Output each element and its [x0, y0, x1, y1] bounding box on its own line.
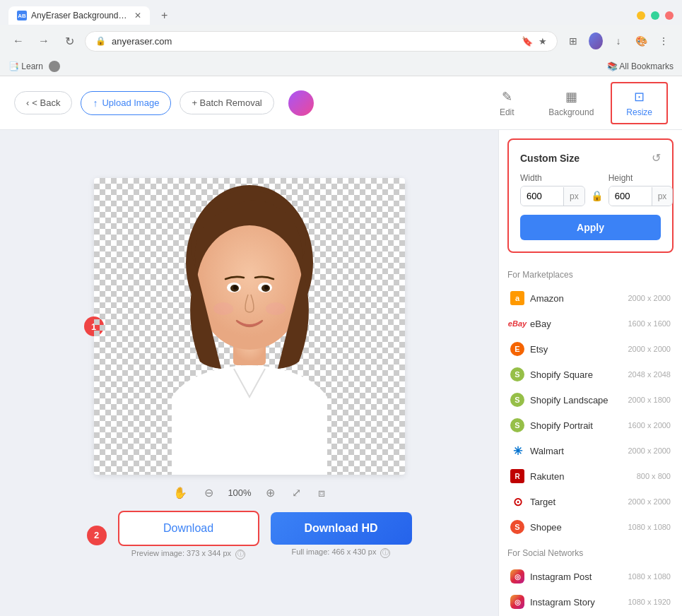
back-button[interactable]: ‹ < Back — [14, 91, 72, 114]
svg-point-7 — [233, 285, 237, 290]
bookmark-item[interactable]: 📑 Learn — [8, 61, 43, 71]
item-name: Amazon — [530, 293, 622, 304]
download-label: Download — [163, 522, 213, 534]
item-name: Rakuten — [530, 471, 631, 482]
download-browser-btn[interactable]: ↓ — [608, 31, 628, 51]
close-btn[interactable] — [665, 11, 674, 20]
zoom-in-btn[interactable]: ⊕ — [263, 483, 278, 502]
back-nav-btn[interactable]: ← — [8, 31, 28, 51]
minimize-btn[interactable] — [637, 11, 645, 20]
list-item[interactable]: ✳ Walmart 2000 x 2000 — [507, 438, 674, 463]
height-label: Height — [608, 173, 674, 183]
list-item[interactable]: S Shopify Portrait 1600 x 2000 — [507, 413, 674, 438]
list-item[interactable]: S Shopify Square 2048 x 2048 — [507, 362, 674, 387]
zoom-out-btn[interactable]: ⊖ — [201, 483, 216, 502]
height-input[interactable] — [609, 186, 652, 206]
upload-icon: ↑ — [93, 97, 98, 109]
svg-point-8 — [264, 285, 269, 290]
profile-btn[interactable] — [586, 31, 606, 51]
svg-point-2 — [196, 225, 302, 350]
marketplace-section-title: For Marketplaces — [507, 270, 674, 280]
user-avatar[interactable] — [288, 90, 314, 116]
item-name: Target — [530, 497, 622, 507]
item-size: 1080 x 1080 — [628, 523, 671, 531]
image-toolbar: ✋ ⊖ 100% ⊕ ⤢ ⧈ — [170, 483, 327, 502]
list-item[interactable]: R Rakuten 800 x 800 — [507, 463, 674, 489]
list-item[interactable]: ⊙ Target 2000 x 2000 — [507, 489, 674, 514]
upload-label: Upload Image — [102, 97, 159, 108]
shopee-icon: S — [510, 520, 524, 534]
tab-background[interactable]: ▦ Background — [534, 83, 608, 123]
item-size: 2000 x 2000 — [628, 497, 671, 506]
reset-btn[interactable]: ↺ — [652, 151, 661, 165]
sidebar: Custom Size ↺ Width px 🔒 Height — [498, 130, 682, 616]
item-size: 2000 x 2000 — [628, 345, 671, 353]
extensions-btn[interactable]: ⊞ — [563, 31, 583, 51]
apply-button[interactable]: Apply — [520, 215, 661, 240]
upload-image-button[interactable]: ↑ Upload Image — [81, 91, 171, 115]
list-item[interactable]: S Shopee 1080 x 1080 — [507, 514, 674, 540]
item-size: 2000 x 2000 — [628, 446, 671, 455]
canvas-area: 1 — [0, 130, 498, 616]
browser-tab[interactable]: AB AnyEraser Background Remo... ✕ — [8, 6, 150, 25]
list-item[interactable]: S Shopify Landscape 2000 x 1800 — [507, 387, 674, 413]
batch-removal-button[interactable]: + Batch Removal — [180, 91, 274, 114]
list-item[interactable]: E Etsy 2000 x 2000 — [507, 336, 674, 362]
height-group: Height px — [608, 173, 674, 206]
edit-icon: ✎ — [502, 89, 512, 105]
list-item[interactable]: a Amazon 2000 x 2000 — [507, 285, 674, 311]
pan-tool-btn[interactable]: ✋ — [170, 483, 190, 502]
width-unit: px — [563, 187, 584, 206]
lock-icon[interactable]: 🔒 — [591, 190, 603, 201]
address-bar[interactable]: 🔒 anyeraser.com 🔖 ★ — [85, 31, 558, 52]
custom-size-title: Custom Size ↺ — [520, 151, 661, 165]
background-icon: ▦ — [565, 89, 577, 105]
preview-info: Preview image: 373 x 344 px ⓘ — [131, 549, 245, 559]
full-info-icon[interactable]: ⓘ — [380, 548, 390, 558]
download-hd-label: Download HD — [305, 522, 378, 534]
reload-btn[interactable]: ↻ — [59, 31, 79, 51]
tab-favicon: AB — [17, 11, 27, 20]
tab-close-btn[interactable]: ✕ — [134, 11, 141, 20]
amazon-icon: a — [510, 291, 524, 305]
split-view-btn[interactable]: ⧈ — [315, 484, 328, 502]
more-options-btn[interactable]: ⋮ — [654, 31, 674, 51]
list-item[interactable]: eBay eBay 1600 x 1600 — [507, 311, 674, 336]
browser-chrome: AB AnyEraser Background Remo... ✕ + ← → … — [0, 0, 682, 76]
resize-tab-label: Resize — [626, 107, 652, 117]
background-tab-label: Background — [548, 107, 594, 117]
color-picker-btn[interactable]: 🎨 — [631, 31, 651, 51]
all-bookmarks[interactable]: 📚 All Bookmarks — [607, 61, 674, 71]
height-input-wrap: px — [608, 186, 674, 206]
app-toolbar: ‹ < Back ↑ Upload Image + Batch Removal … — [0, 76, 682, 130]
list-item[interactable]: ◎ Instagram Story 1080 x 1920 — [507, 589, 674, 615]
preview-info-icon[interactable]: ⓘ — [235, 550, 245, 559]
full-image-info: Full image: 466 x 430 px ⓘ — [292, 547, 391, 558]
image-container — [94, 178, 405, 475]
bottom-bar: 2 Download Preview image: 373 x 344 px ⓘ… — [14, 502, 484, 568]
forward-nav-btn[interactable]: → — [34, 31, 54, 51]
back-icon: ‹ — [26, 97, 29, 108]
walmart-icon: ✳ — [510, 444, 524, 458]
person-image — [129, 178, 370, 475]
zoom-level: 100% — [228, 487, 251, 498]
download-button[interactable]: Download — [118, 511, 259, 546]
list-item[interactable]: ◎ Instagram Post 1080 x 1080 — [507, 564, 674, 589]
height-unit: px — [652, 187, 673, 206]
fit-btn[interactable]: ⤢ — [289, 483, 304, 502]
shopify-icon: S — [510, 367, 524, 381]
new-tab-btn[interactable]: + — [155, 6, 173, 25]
tab-edit[interactable]: ✎ Edit — [482, 83, 531, 123]
instagram-post-icon: ◎ — [510, 569, 524, 584]
width-input[interactable] — [521, 186, 563, 206]
item-size: 2000 x 1800 — [628, 396, 671, 404]
item-name: Shopify Landscape — [530, 395, 622, 405]
tab-title: AnyEraser Background Remo... — [31, 11, 127, 20]
canvas-image — [94, 178, 405, 475]
item-size: 1080 x 1080 — [628, 572, 671, 581]
download-hd-button[interactable]: Download HD — [271, 512, 412, 545]
item-name: Shopee — [530, 522, 622, 533]
width-input-wrap: px — [520, 186, 585, 206]
maximize-btn[interactable] — [651, 11, 659, 20]
tab-resize[interactable]: ⊡ Resize — [611, 82, 668, 124]
